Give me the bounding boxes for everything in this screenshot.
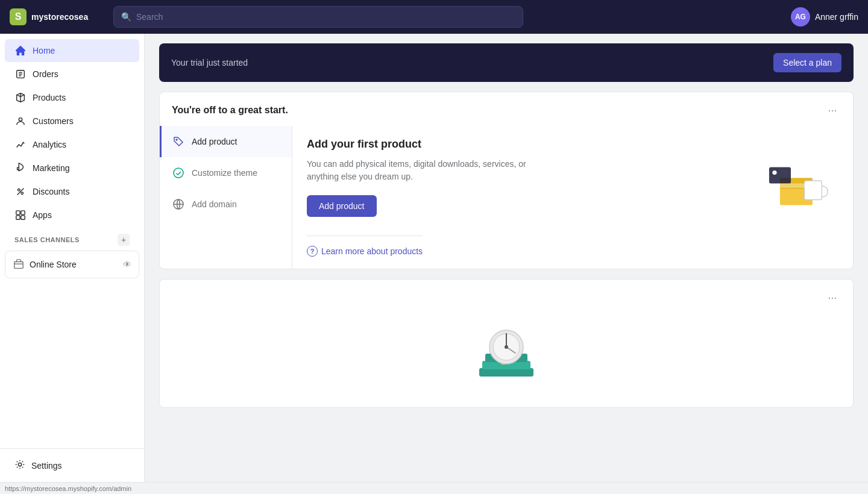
- topnav-right: AG Anner grffin: [791, 7, 858, 27]
- home-label: Home: [33, 46, 55, 55]
- steps-list: Add product Customize theme Add domain: [160, 126, 292, 269]
- sidebar-item-customers[interactable]: Customers: [5, 110, 139, 133]
- user-name: Anner grffin: [815, 12, 858, 22]
- start-card: You're off to a great start. ··· Add pro…: [159, 92, 854, 269]
- step-add-product[interactable]: Add product: [160, 126, 292, 157]
- svg-point-27: [505, 345, 508, 349]
- sidebar-item-settings[interactable]: Settings: [5, 454, 139, 477]
- products-label: Products: [33, 93, 66, 102]
- learn-more-label: Learn more about products: [321, 246, 423, 256]
- sidebar-item-analytics[interactable]: Analytics: [5, 133, 139, 156]
- start-card-more-button[interactable]: ···: [824, 102, 841, 119]
- step-content-main: Add your first product You can add physi…: [307, 138, 536, 217]
- second-card-body: [160, 313, 853, 407]
- store-name: mystorecosea: [31, 12, 88, 22]
- sidebar-item-discounts[interactable]: Discounts: [5, 180, 139, 203]
- apps-label: Apps: [33, 210, 52, 220]
- sidebar-item-marketing[interactable]: Marketing: [5, 157, 139, 180]
- customers-label: Customers: [33, 116, 74, 126]
- step-add-domain[interactable]: Add domain: [160, 189, 292, 220]
- svg-point-11: [174, 168, 183, 178]
- online-store-icon: [13, 258, 25, 270]
- step-content-title: Add your first product: [307, 138, 536, 151]
- online-store-left: Online Store: [13, 258, 77, 270]
- sales-channels-add-button[interactable]: +: [118, 234, 130, 246]
- main-content: Your trial just started Select a plan Yo…: [145, 34, 868, 482]
- statusbar-url: https://mystorecosea.myshopify.com/admin: [5, 485, 131, 492]
- globe-icon: [171, 197, 186, 211]
- product-illustration: [754, 138, 838, 224]
- trial-text: Your trial just started: [171, 58, 248, 67]
- discounts-icon: [14, 186, 27, 198]
- sales-channels-section: Online Store 👁: [5, 251, 139, 278]
- orders-icon: [14, 68, 27, 80]
- svg-point-2: [18, 189, 20, 192]
- home-icon: [14, 45, 27, 57]
- analytics-label: Analytics: [33, 140, 66, 149]
- search-input[interactable]: [136, 12, 515, 22]
- svg-point-1: [19, 118, 22, 121]
- sidebar-item-products[interactable]: Products: [5, 86, 139, 109]
- step-content-desc: You can add physical items, digital down…: [307, 158, 536, 183]
- add-product-button[interactable]: Add product: [307, 195, 377, 217]
- marketing-icon: [14, 162, 27, 174]
- svg-rect-19: [479, 368, 533, 377]
- start-card-title: You're off to a great start.: [172, 105, 288, 116]
- online-store-label: Online Store: [30, 260, 77, 269]
- customers-icon: [14, 115, 27, 127]
- start-card-header: You're off to a great start. ···: [160, 92, 853, 126]
- sidebar-nav: Home Orders Products Customers: [0, 34, 144, 448]
- orders-label: Orders: [33, 69, 58, 79]
- step-add-product-label: Add product: [192, 137, 237, 146]
- select-plan-button[interactable]: Select a plan: [773, 53, 841, 72]
- step-customize-theme[interactable]: Customize theme: [160, 157, 292, 189]
- second-card-more-button[interactable]: ···: [824, 289, 841, 306]
- svg-rect-18: [780, 184, 813, 188]
- svg-rect-4: [16, 211, 20, 214]
- sales-channels-header: SALES CHANNELS +: [5, 229, 139, 248]
- svg-rect-7: [21, 216, 25, 219]
- shopify-logo: S: [10, 8, 27, 25]
- svg-point-9: [18, 463, 21, 466]
- svg-rect-8: [14, 262, 23, 269]
- svg-rect-15: [769, 167, 791, 184]
- brand-area[interactable]: S mystorecosea: [10, 8, 106, 25]
- sidebar-item-apps[interactable]: Apps: [5, 204, 139, 227]
- step-add-domain-label: Add domain: [192, 199, 237, 209]
- top-navigation: S mystorecosea 🔍 AG Anner grffin: [0, 0, 868, 34]
- online-store-item[interactable]: Online Store 👁: [5, 254, 139, 275]
- sidebar-bottom: Settings: [0, 448, 144, 482]
- sales-channels-label: SALES CHANNELS: [14, 236, 80, 243]
- svg-point-10: [176, 139, 177, 140]
- discounts-label: Discounts: [33, 187, 69, 196]
- step-customize-theme-label: Customize theme: [192, 168, 257, 178]
- learn-more-link[interactable]: ? Learn more about products: [307, 236, 423, 257]
- sidebar-item-home[interactable]: Home: [5, 39, 139, 62]
- analytics-icon: [14, 139, 27, 151]
- compass-illustration: [470, 323, 542, 395]
- trial-banner: Your trial just started Select a plan: [159, 43, 854, 82]
- sidebar: Home Orders Products Customers: [0, 34, 145, 482]
- settings-label: Settings: [31, 461, 62, 471]
- svg-rect-6: [16, 216, 20, 219]
- eye-icon: 👁: [123, 260, 131, 269]
- statusbar: https://mystorecosea.myshopify.com/admin: [0, 482, 868, 494]
- settings-icon: [14, 459, 25, 472]
- step-content: Add your first product You can add physi…: [292, 126, 853, 269]
- marketing-label: Marketing: [33, 163, 69, 173]
- products-icon: [14, 92, 27, 104]
- search-icon: 🔍: [121, 12, 131, 22]
- steps-card-body: Add product Customize theme Add domain: [160, 126, 853, 269]
- second-card: ···: [159, 279, 854, 408]
- tag-icon: [171, 134, 186, 149]
- svg-point-16: [772, 170, 776, 175]
- second-card-header: ···: [160, 280, 853, 313]
- svg-point-3: [21, 192, 24, 195]
- avatar[interactable]: AG: [791, 7, 810, 27]
- question-circle-icon: ?: [307, 246, 318, 257]
- sidebar-item-orders[interactable]: Orders: [5, 63, 139, 86]
- svg-rect-5: [21, 211, 25, 214]
- search-bar[interactable]: 🔍: [113, 6, 523, 28]
- apps-icon: [14, 209, 27, 221]
- check-circle-icon: [171, 166, 186, 180]
